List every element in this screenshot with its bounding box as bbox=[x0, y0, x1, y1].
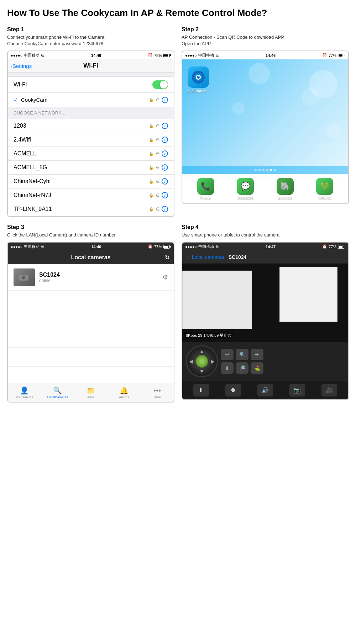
step3-nav-bar: Local cameras ↻ bbox=[8, 251, 174, 264]
step4-back-label[interactable]: Local cameras bbox=[192, 254, 224, 260]
step3-camera-row[interactable]: SC1024 online ⚙ bbox=[8, 264, 174, 291]
dock-phone-icon: 📞 bbox=[197, 178, 214, 195]
ctrl-row-1: ↩ 🔍 ✈ bbox=[221, 349, 345, 360]
network-name-4: ChinaNet-Cyhi bbox=[14, 178, 51, 185]
network-row-2[interactable]: ACMELL 🔒 ∈ i bbox=[8, 147, 174, 161]
network-row-5[interactable]: ChinaNet-rN7J 🔒 ∈ i bbox=[8, 188, 174, 202]
step2-wifi-icon: ∈ bbox=[215, 53, 219, 58]
ctrl-zoom-in-btn[interactable]: 🔍 bbox=[236, 349, 248, 360]
ctrl-back-btn[interactable]: ↩ bbox=[221, 349, 234, 360]
tab-local-cameras-icon: 🔍 bbox=[53, 386, 62, 395]
tab-more[interactable]: ••• More bbox=[141, 387, 174, 399]
dock-phone[interactable]: 📞 Phone bbox=[197, 178, 214, 200]
tab-more-icon: ••• bbox=[153, 387, 161, 395]
bottom-btn-camera[interactable]: 📷 bbox=[289, 384, 305, 396]
step1-connected-network[interactable]: ✓ CookyCam 🔒 ∈ i bbox=[8, 93, 174, 107]
step2-status-right: ⏰ 77% bbox=[322, 53, 345, 58]
step4-back-icon[interactable]: ‹ bbox=[187, 254, 188, 260]
camera-thumb-icon bbox=[19, 273, 29, 281]
network-row-0[interactable]: 1203 🔒 ∈ i bbox=[8, 119, 174, 133]
step1-network-list: 1203 🔒 ∈ i 2.4Wifi 🔒 ∈ i A bbox=[8, 119, 174, 216]
step1-back-button[interactable]: ‹ Settings bbox=[11, 63, 32, 69]
info-6[interactable]: i bbox=[162, 206, 168, 212]
network-icons-4: 🔒 ∈ i bbox=[149, 178, 168, 185]
tab-alarms[interactable]: 🔔 Alarms bbox=[108, 386, 141, 399]
step4-time: 14:47 bbox=[266, 245, 276, 249]
step4-wifi-icon: ∈ bbox=[215, 244, 219, 249]
step4-nav-title: SC1024 bbox=[229, 254, 247, 260]
step4-status-bar: ●●●●○ 中国移动 ∈ 14:47 ⏰ 77% bbox=[182, 243, 348, 251]
info-0[interactable]: i bbox=[162, 123, 168, 129]
tab-my-cameras[interactable]: 👤 My cameras bbox=[8, 386, 41, 399]
step3-empty-area3 bbox=[8, 369, 174, 383]
info-3[interactable]: i bbox=[162, 164, 168, 171]
step3-nav-title: Local cameras bbox=[71, 254, 110, 261]
step1-wifi-toggle[interactable] bbox=[152, 80, 168, 89]
ctrl-flag-btn[interactable]: ⛳ bbox=[251, 362, 263, 374]
step4-camera-feed: 8Kbps 29 14:46:59 星期六 bbox=[182, 264, 348, 342]
bottom-btn-pause[interactable]: ⏸ bbox=[193, 384, 209, 396]
dot-4 bbox=[270, 169, 272, 171]
dock-evernote[interactable]: 🐘 Evernote bbox=[277, 178, 294, 200]
wifi-5: ∈ bbox=[156, 193, 159, 198]
tab-files[interactable]: 📁 Files bbox=[74, 386, 107, 399]
ctrl-zoom-out-btn[interactable]: 🔎 bbox=[236, 362, 248, 374]
bottom-btn-speaker[interactable]: 🔊 bbox=[257, 384, 273, 396]
step1-info-icon[interactable]: i bbox=[162, 97, 168, 103]
step4-nav-bar: ‹ Local cameras SC1024 bbox=[182, 251, 348, 264]
step3-wifi-icon: ∈ bbox=[41, 244, 44, 249]
bottom-btn-video[interactable]: 🎥 bbox=[321, 384, 337, 396]
network-row-3[interactable]: ACMELL_5G 🔒 ∈ i bbox=[8, 161, 174, 175]
network-row-1[interactable]: 2.4Wifi 🔒 ∈ i bbox=[8, 133, 174, 147]
network-row-4[interactable]: ChinaNet-Cyhi 🔒 ∈ i bbox=[8, 175, 174, 188]
step3-settings-icon[interactable]: ⚙ bbox=[162, 273, 168, 281]
network-row-6[interactable]: TP-LINK_9A11 🔒 ∈ i bbox=[8, 202, 174, 216]
step3-divider3 bbox=[8, 366, 174, 367]
step1-carrier: 中国移动 bbox=[24, 53, 40, 58]
ctrl-send-btn[interactable]: ✈ bbox=[251, 349, 263, 360]
wifi-1: ∈ bbox=[156, 137, 159, 142]
step3-description: Click the LAN(Local Camera) and camera I… bbox=[7, 232, 174, 238]
step1-time: 14:46 bbox=[91, 53, 101, 58]
network-icons-1: 🔒 ∈ i bbox=[149, 137, 168, 143]
step2-app-icon-container[interactable]: p2pCamVie... bbox=[186, 66, 211, 93]
step3-refresh-button[interactable]: ↻ bbox=[165, 254, 169, 261]
tab-local-cameras[interactable]: 🔍 LocalCameras bbox=[41, 386, 74, 399]
tab-alarms-icon: 🔔 bbox=[120, 386, 129, 395]
step2-container: Step 2 AP Connection - Scan QR Code to d… bbox=[182, 26, 349, 217]
step1-wifi-toggle-row[interactable]: Wi-Fi bbox=[8, 77, 174, 93]
dock-wechat[interactable]: 💚 WeChat bbox=[316, 178, 333, 200]
app-logo-svg bbox=[191, 70, 205, 84]
svg-point-4 bbox=[199, 76, 200, 77]
step2-phone: ●●●●○ 中国移动 ∈ 14:46 ⏰ 77% bbox=[182, 50, 349, 204]
step1-clock-icon: ⏰ bbox=[148, 53, 153, 58]
step4-joystick[interactable]: ▲ ▼ ◀ ▶ ↺ bbox=[186, 345, 218, 377]
network-name-1: 2.4Wifi bbox=[14, 137, 31, 143]
lock-3: 🔒 bbox=[149, 165, 154, 170]
svg-point-8 bbox=[22, 277, 25, 279]
step2-signal: ●●●●○ bbox=[185, 53, 197, 58]
wifi-0: ∈ bbox=[156, 123, 159, 128]
info-4[interactable]: i bbox=[162, 178, 168, 185]
dock-wechat-icon: 💚 bbox=[316, 178, 333, 195]
bottom-btn-record[interactable]: ⏺ bbox=[225, 384, 241, 396]
info-2[interactable]: i bbox=[162, 150, 168, 157]
tab-my-cameras-label: My cameras bbox=[16, 395, 33, 399]
step1-wifi-label: Wi-Fi bbox=[14, 81, 27, 88]
info-1[interactable]: i bbox=[162, 137, 168, 143]
ctrl-up-btn[interactable]: ⬆ bbox=[221, 362, 234, 374]
bokeh-5 bbox=[232, 102, 245, 115]
dock-phone-label: Phone bbox=[200, 196, 211, 200]
joystick-center[interactable]: ↺ bbox=[195, 355, 208, 368]
network-name-3: ACMELL_5G bbox=[14, 164, 47, 171]
dock-wechat-label: WeChat bbox=[318, 196, 331, 200]
info-5[interactable]: i bbox=[162, 192, 168, 198]
step3-label: Step 3 bbox=[7, 224, 174, 230]
dock-messages[interactable]: 💬 Messages bbox=[237, 178, 254, 200]
dot-1 bbox=[258, 169, 261, 171]
network-name-6: TP-LINK_9A11 bbox=[14, 206, 52, 212]
step3-empty-area bbox=[8, 296, 174, 345]
step1-nav-bar: ‹ Settings Wi-Fi bbox=[8, 59, 174, 73]
step1-wifi-icon: ∈ bbox=[41, 53, 44, 58]
step2-app-icon bbox=[188, 66, 209, 88]
